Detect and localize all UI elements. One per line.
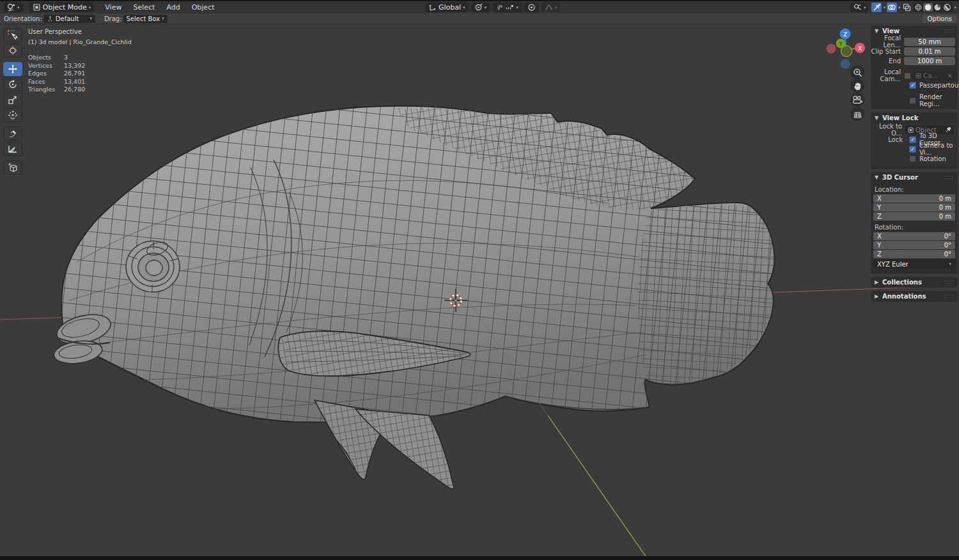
tool-move[interactable]	[3, 62, 22, 76]
orientation-dropdown[interactable]: Default ▾	[43, 15, 95, 23]
panel-3d-cursor-title: 3D Cursor	[882, 174, 918, 181]
panel-drag-handle[interactable]: ::::	[944, 279, 954, 285]
camera-icon	[852, 95, 862, 104]
rendered-sphere-icon	[943, 3, 951, 12]
panel-view-lock-header[interactable]: ▼ View Lock	[871, 113, 958, 123]
shading-rendered-button[interactable]	[942, 3, 952, 12]
tool-measure[interactable]	[3, 142, 22, 156]
chevron-down-icon: ▾	[162, 16, 164, 21]
focal-length-row: Focal Len... 50 mm	[871, 37, 955, 46]
lock-rotation-label: Rotation	[919, 155, 946, 162]
rotation-mode-dropdown[interactable]: XYZ Euler ▾	[873, 260, 955, 268]
object-visibility-dropdown[interactable]: ▾	[850, 3, 869, 12]
cursor-location-z[interactable]: Z0 m	[873, 212, 955, 221]
options-button[interactable]: Options	[923, 15, 956, 23]
editor-3d-viewport-icon	[7, 3, 15, 12]
falloff-curve-icon	[545, 3, 553, 12]
clip-start-field[interactable]: 0.01 m	[904, 47, 955, 56]
scene-statistics: Objects3 Vertices13,392 Edges26,791 Face…	[28, 54, 132, 94]
magnet-icon	[495, 3, 504, 12]
zoom-button[interactable]	[850, 65, 864, 79]
panel-3d-cursor-header[interactable]: ▼ 3D Cursor ::::	[871, 172, 958, 183]
panel-annotations-header[interactable]: ▶ Annotations ::::	[871, 291, 958, 302]
orientation-default-icon	[47, 15, 54, 22]
panel-drag-handle[interactable]: ::::	[944, 293, 954, 299]
pivot-point-dropdown[interactable]: ▾	[471, 3, 490, 12]
proportional-falloff-dropdown[interactable]: ▾	[542, 3, 561, 12]
cursor-location-x[interactable]: X0 m	[873, 194, 955, 203]
panel-collections-title: Collections	[882, 279, 922, 286]
panel-drag-handle[interactable]: ::::	[944, 28, 954, 34]
gizmo-axis-x-neg[interactable]	[827, 44, 836, 54]
fish-eye	[126, 240, 180, 293]
editor-type-button[interactable]: ▾	[4, 3, 23, 12]
mode-dropdown[interactable]: Object Mode ▾	[29, 3, 95, 12]
render-region-checkbox[interactable]	[909, 97, 916, 104]
close-icon[interactable]: ✕	[947, 72, 953, 79]
tool-transform[interactable]	[3, 108, 22, 122]
panel-collections-header[interactable]: ▶ Collections ::::	[871, 277, 958, 288]
cursor-rotation-x[interactable]: X0°	[873, 232, 955, 240]
local-camera-label: Local Cam...	[871, 68, 904, 82]
gizmo-axis-y-neg[interactable]	[841, 46, 852, 57]
scene-collection-label: (1) 3d model | Rio_Grande_Cichlid	[28, 38, 132, 49]
render-region-row: Render Regi...	[909, 96, 955, 105]
shading-solid-button[interactable]	[923, 3, 933, 12]
focal-length-field[interactable]: 50 mm	[904, 38, 955, 46]
clip-end-label: End	[871, 58, 904, 65]
local-camera-checkbox[interactable]	[904, 72, 911, 79]
viewport-3d[interactable]	[0, 0, 959, 560]
local-camera-field[interactable]: Ca... ✕	[913, 71, 955, 80]
tool-scale[interactable]	[3, 93, 22, 107]
transform-orientation-dropdown[interactable]: Global ▾	[425, 3, 469, 12]
camera-to-view-label: Camera to Vi...	[919, 142, 954, 156]
panel-drag-handle[interactable]: ::::	[944, 175, 954, 180]
menu-select[interactable]: Select	[127, 1, 160, 13]
show-gizmo-toggle[interactable]	[871, 3, 882, 12]
local-camera-value: Ca...	[923, 72, 938, 79]
toolbar	[3, 28, 22, 176]
tool-add-cube[interactable]	[3, 160, 22, 175]
pan-button[interactable]	[850, 79, 864, 93]
overlays-dropdown-chevron[interactable]: ▾	[898, 5, 901, 10]
tool-rotate[interactable]	[3, 77, 22, 91]
navigation-gizmo[interactable]: Z X Y	[823, 27, 868, 69]
gizmo-dropdown-chevron[interactable]: ▾	[883, 5, 885, 10]
tool-cursor[interactable]	[3, 43, 22, 58]
drag-label: Drag:	[104, 15, 122, 22]
select-box-icon	[8, 30, 18, 40]
overlays-icon	[887, 3, 896, 12]
clip-end-field[interactable]: 1000 m	[904, 57, 955, 65]
toggle-perspective-button[interactable]	[850, 107, 864, 121]
passepartout-checkbox[interactable]: ✓	[909, 82, 916, 89]
cursor-location-y[interactable]: Y0 m	[873, 203, 955, 212]
panel-annotations: ▶ Annotations ::::	[871, 291, 958, 302]
gizmo-axis-z-neg[interactable]	[841, 59, 850, 69]
perspective-grid-icon	[853, 109, 862, 119]
lock-rotation-checkbox[interactable]	[909, 155, 916, 162]
tool-annotate[interactable]	[3, 127, 22, 141]
shading-dropdown-chevron[interactable]: ▾	[954, 5, 956, 10]
camera-to-view-checkbox[interactable]: ✓	[909, 146, 916, 153]
toggle-xray-button[interactable]	[901, 3, 912, 12]
clip-end-row: End 1000 m	[871, 56, 955, 65]
camera-view-button[interactable]	[850, 93, 864, 107]
tool-select-box[interactable]	[3, 28, 22, 42]
shading-material-button[interactable]	[933, 3, 942, 12]
clip-start-row: Clip Start 0.01 m	[871, 47, 955, 56]
cursor-rotation-y[interactable]: Y0°	[873, 241, 955, 249]
menu-add[interactable]: Add	[160, 1, 185, 13]
show-overlays-toggle[interactable]	[887, 3, 897, 12]
gizmo-x-label: X	[858, 45, 862, 52]
visibility-filter-icon	[854, 3, 862, 12]
menu-view[interactable]: View	[99, 1, 127, 13]
drag-dropdown[interactable]: Select Box ▾	[123, 15, 168, 23]
snap-controls[interactable]: ▾	[492, 3, 522, 12]
measure-icon	[8, 144, 18, 154]
shading-wireframe-button[interactable]	[914, 3, 923, 12]
proportional-editing-button[interactable]	[524, 3, 539, 12]
lock-3d-cursor-checkbox[interactable]: ✓	[909, 136, 916, 143]
chevron-down-icon: ▾	[90, 16, 92, 21]
menu-object[interactable]: Object	[186, 1, 221, 13]
cursor-rotation-z[interactable]: Z0°	[873, 250, 955, 258]
